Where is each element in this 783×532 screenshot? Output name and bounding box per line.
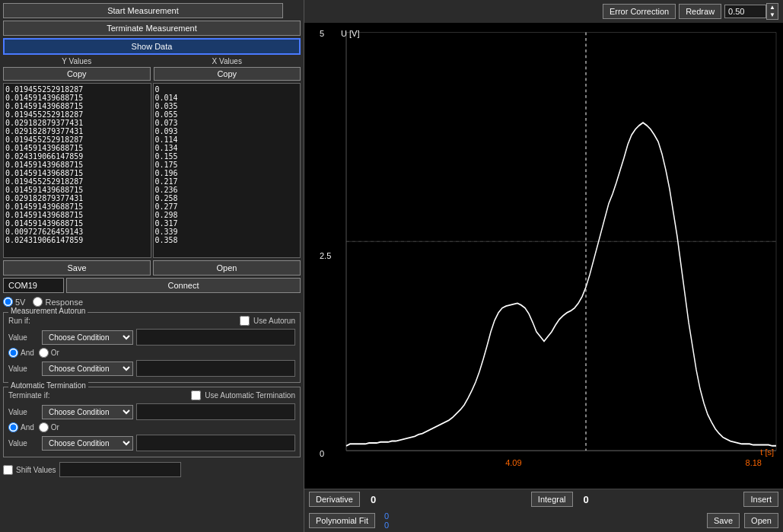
spinner-down[interactable]: ▼: [767, 11, 778, 19]
y-data-item: 0.019455252918287: [5, 85, 149, 94]
autorun-and-label[interactable]: And: [8, 348, 34, 358]
spinner-arrows: ▲ ▼: [766, 3, 778, 20]
y-data-item: 0.014591439688715: [5, 161, 149, 169]
x-axis-val1: 4.09: [505, 458, 521, 467]
chart-area: 5 2.5 0 U [V] t [s] 4.09 8.18: [304, 23, 783, 489]
y-data-item: 0.009727626459143: [5, 228, 149, 236]
x-data-item: 0.298: [155, 211, 299, 219]
y-data-item: 0.019455252918287: [5, 110, 149, 119]
x-data-item: 0.155: [155, 152, 299, 161]
copy-x-button[interactable]: Copy: [154, 67, 301, 81]
termination-value-input-b[interactable]: [136, 435, 295, 451]
shift-values-checkbox[interactable]: [3, 465, 13, 475]
autorun-and-radio[interactable]: [8, 348, 18, 358]
termination-or-radio[interactable]: [39, 422, 49, 432]
y-axis-top: 5: [320, 29, 324, 38]
radio-5v[interactable]: [3, 297, 13, 307]
termination-value-label-b: Value: [8, 439, 39, 448]
y-axis-mid: 2.5: [320, 251, 331, 260]
autorun-or-label[interactable]: Or: [39, 348, 59, 358]
derivative-value: 0: [364, 494, 382, 505]
y-data-item: 0.014591439688715: [5, 219, 149, 228]
x-data-item: 0: [155, 85, 299, 94]
termination-and-radio[interactable]: [8, 422, 18, 432]
save-button[interactable]: Save: [3, 260, 151, 276]
x-axis-label: t [s]: [760, 448, 774, 457]
y-data-item: 0.029182879377431: [5, 194, 149, 202]
svg-rect-0: [304, 23, 783, 489]
derivative-button[interactable]: Derivative: [309, 492, 360, 507]
termination-condition-b[interactable]: Choose Condition: [42, 436, 133, 451]
show-data-button[interactable]: Show Data: [3, 38, 301, 55]
measurement-autorun-section: Measurement Autorun Run if: Use Autorun …: [3, 312, 301, 383]
chart-svg: [304, 23, 783, 489]
radio-5v-text: 5V: [15, 298, 25, 307]
x-data-item: 0.055: [155, 110, 299, 119]
integral-button[interactable]: Integral: [531, 492, 573, 507]
y-data-item: 0.029182879377431: [5, 127, 149, 135]
right-save-button[interactable]: Save: [707, 513, 740, 528]
autorun-or-radio[interactable]: [39, 348, 49, 358]
copy-y-button[interactable]: Copy: [3, 67, 151, 81]
x-data-item: 0.196: [155, 169, 299, 177]
spinner-up[interactable]: ▲: [767, 4, 778, 11]
y-data-item: 0.014591439688715: [5, 102, 149, 110]
error-correction-button[interactable]: Error Correction: [603, 4, 676, 19]
chart-toolbar: Error Correction Redraw ▲ ▼: [304, 0, 783, 23]
x-data-item: 0.035: [155, 102, 299, 110]
start-measurement-button[interactable]: Start Measurement: [3, 3, 283, 18]
y-data-item: 0.014591439688715: [5, 144, 149, 152]
x-data-item: 0.258: [155, 194, 299, 202]
x-data-item: 0.073: [155, 119, 299, 127]
autorun-condition-a[interactable]: Choose Condition: [42, 330, 133, 345]
use-autorun-label[interactable]: Use Autorun: [253, 317, 295, 325]
y-axis-label: U [V]: [341, 29, 359, 38]
use-autorun-checkbox[interactable]: [240, 316, 250, 326]
polynomial-fit-button[interactable]: Polynomial Fit: [309, 513, 375, 528]
x-data-item: 0.277: [155, 202, 299, 211]
terminate-if-label: Terminate if:: [8, 391, 49, 400]
open-button[interactable]: Open: [153, 260, 301, 276]
y-data-item: 0.014591439688715: [5, 211, 149, 219]
use-auto-termination-checkbox[interactable]: [191, 390, 201, 400]
termination-and-label[interactable]: And: [8, 422, 34, 432]
spinner-input[interactable]: [724, 5, 766, 18]
radio-5v-label[interactable]: 5V: [3, 297, 25, 307]
autorun-condition-b[interactable]: Choose Condition: [42, 362, 133, 376]
y-data-list: 0.0194552529182870.0145914396887150.0145…: [3, 83, 151, 258]
autorun-value-input-b[interactable]: [136, 360, 295, 377]
connect-button[interactable]: Connect: [66, 278, 301, 293]
right-open-button[interactable]: Open: [744, 513, 778, 528]
radio-response-label[interactable]: Response: [33, 297, 83, 307]
poly-val1: 0: [383, 511, 390, 521]
shift-values-label[interactable]: Shift Values: [3, 465, 56, 475]
y-data-item: 0.024319066147859: [5, 152, 149, 161]
autorun-value-input-a[interactable]: [136, 329, 295, 346]
x-data-item: 0.134: [155, 144, 299, 152]
termination-or-label[interactable]: Or: [39, 422, 59, 432]
termination-condition-a[interactable]: Choose Condition: [42, 405, 133, 419]
run-if-label: Run if:: [8, 317, 30, 325]
x-data-item: 0.175: [155, 161, 299, 169]
redraw-button[interactable]: Redraw: [679, 4, 721, 19]
shift-values-input[interactable]: [59, 462, 181, 477]
radio-response-text: Response: [45, 298, 83, 307]
x-data-item: 0.014: [155, 94, 299, 102]
termination-value-input-a[interactable]: [136, 403, 295, 420]
x-data-item: 0.114: [155, 135, 299, 144]
x-data-item: 0.093: [155, 127, 299, 135]
termination-value-label-a: Value: [8, 408, 39, 416]
y-values-label: Y Values: [62, 57, 91, 65]
com-port-input[interactable]: [3, 278, 64, 293]
y-axis-bot: 0: [320, 449, 324, 458]
radio-response[interactable]: [33, 297, 43, 307]
x-values-label: X Values: [212, 57, 242, 65]
x-data-item: 0.317: [155, 219, 299, 228]
poly-val2: 0: [383, 521, 390, 530]
terminate-measurement-button[interactable]: Terminate Measurement: [3, 21, 301, 36]
insert-button[interactable]: Insert: [743, 492, 778, 507]
y-data-item: 0.014591439688715: [5, 169, 149, 177]
autorun-title: Measurement Autorun: [8, 307, 88, 315]
x-data-list: 00.0140.0350.0550.0730.0930.1140.1340.15…: [153, 83, 301, 258]
use-auto-termination-label[interactable]: Use Automatic Termination: [205, 391, 295, 400]
